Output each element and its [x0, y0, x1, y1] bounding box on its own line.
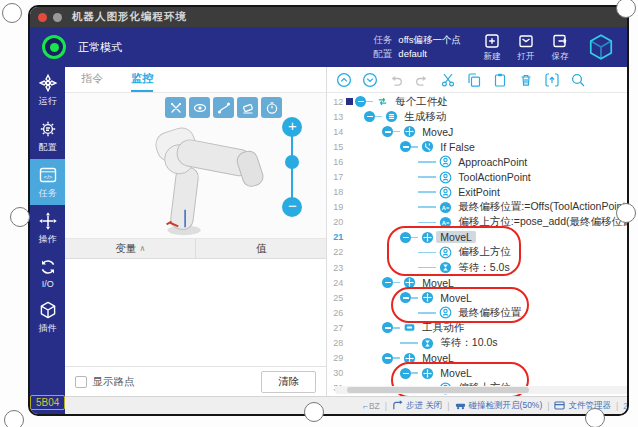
sidebar-item-operate[interactable]: 操作	[30, 205, 65, 251]
tree-connector	[411, 237, 418, 239]
sidebar-item-run[interactable]: 运行	[30, 67, 65, 113]
tree-node-label: ExitPoint	[454, 186, 503, 198]
tree-row-25[interactable]: 25MoveL	[327, 290, 629, 305]
cut-button[interactable]	[440, 72, 456, 88]
copy-button[interactable]	[466, 72, 482, 88]
zoom-out-button[interactable]: −	[282, 197, 302, 217]
tree-node-label: MoveL	[418, 277, 458, 289]
line-number: 12	[327, 97, 343, 107]
replace-button[interactable]	[544, 72, 560, 88]
program-tree: ˄˅ ‹ › 12每个工件处13生成移动14MoveJ15If False16A…	[327, 93, 629, 396]
tree-row-22[interactable]: 22偏移上方位	[327, 245, 629, 260]
waypoint-node-icon	[438, 245, 452, 259]
tree-row-14[interactable]: 14MoveJ	[327, 124, 629, 139]
tree-node-label: 偏移上方位:=pose_add(最终偏移位置, [0,0,0	[454, 215, 629, 229]
collapse-toggle[interactable]	[364, 111, 375, 122]
tree-connector	[366, 101, 373, 103]
task-value: offs偏移一个点	[398, 34, 461, 45]
tree-node-label: ApproachPoint	[454, 156, 531, 168]
sidebar-item-task[interactable]: </>任务	[30, 159, 65, 205]
line-number: 27	[327, 323, 343, 333]
sidebar-item-io[interactable]: I/O	[30, 251, 65, 294]
collapse-toggle[interactable]	[400, 141, 411, 152]
undo-button[interactable]	[388, 72, 404, 88]
step-arrow-icon	[392, 400, 403, 411]
collapse-toggle[interactable]	[400, 232, 411, 243]
waypoint-node-icon	[438, 306, 452, 320]
collapse-toggle[interactable]	[355, 96, 366, 107]
code-icon: </>	[38, 165, 58, 185]
tree-row-12[interactable]: 12每个工件处	[327, 94, 629, 109]
tree-row-30[interactable]: 30MoveL	[327, 366, 629, 381]
tree-connector	[418, 312, 436, 314]
tree-connector	[418, 161, 436, 163]
collapse-toggle[interactable]	[382, 277, 393, 288]
paste-icon	[492, 72, 508, 88]
tab-instruction[interactable]: 指令	[81, 67, 103, 92]
clear-button[interactable]: 清除	[261, 371, 316, 393]
robot-arm-model[interactable]	[89, 95, 289, 245]
collapse-toggle[interactable]	[382, 353, 393, 364]
selection-handle	[4, 410, 24, 427]
tree-connector	[393, 282, 400, 284]
paste-button[interactable]	[492, 72, 508, 88]
zoom-slider-handle[interactable]	[285, 155, 299, 169]
collapse-up-circle-button[interactable]	[336, 72, 352, 88]
tree-row-27[interactable]: 27工具动作	[327, 320, 629, 335]
collapse-toggle[interactable]	[400, 368, 411, 379]
file-manager-icon	[554, 400, 565, 411]
variable-table-body	[65, 259, 326, 366]
robot-3d-viewport[interactable]: + −	[65, 93, 326, 239]
line-number: 18	[327, 187, 343, 197]
collapse-toggle[interactable]	[382, 322, 393, 333]
copy-icon	[466, 72, 482, 88]
status-timestamp: 2025-01-03 16:32:16	[623, 401, 629, 411]
tree-row-23[interactable]: 23等待：5.0s	[327, 260, 629, 275]
tree-row-24[interactable]: 24MoveL	[327, 275, 629, 290]
delete-button[interactable]	[518, 72, 534, 88]
tree-horizontal-scrollbar[interactable]	[335, 386, 629, 394]
tree-row-17[interactable]: 17ToolActionPoint	[327, 169, 629, 184]
tree-row-28[interactable]: 28等待：10.0s	[327, 336, 629, 351]
tree-row-15[interactable]: 15If False	[327, 139, 629, 154]
mode-label: 正常模式	[78, 40, 122, 55]
action-label: 新建	[484, 51, 501, 63]
gear-icon	[38, 119, 58, 139]
tree-row-16[interactable]: 16ApproachPoint	[327, 154, 629, 169]
tree-row-29[interactable]: 29MoveL	[327, 351, 629, 366]
show-waypoints-label: 显示路点	[92, 375, 134, 389]
tree-connector	[411, 146, 418, 148]
tree-row-19[interactable]: 19A=最终偏移位置:=Offs(ToolActionPoint_p,0,0,d…	[327, 200, 629, 215]
window-close-button[interactable]	[38, 13, 47, 22]
action-save-button[interactable]: 保存	[551, 32, 569, 63]
status-collision[interactable]: 碰撞检测开启(50%)	[455, 400, 543, 412]
tree-row-13[interactable]: 13生成移动	[327, 109, 629, 124]
cut-icon	[440, 72, 456, 88]
status-file-manager[interactable]: 文件管理器	[554, 400, 611, 412]
window-minimize-button[interactable]	[53, 13, 62, 22]
collapse-toggle[interactable]	[400, 292, 411, 303]
action-open-button[interactable]: 打开	[517, 32, 535, 63]
sidebar-item-config[interactable]: 配置	[30, 113, 65, 159]
svg-text:A=: A=	[442, 204, 450, 210]
redo-icon	[414, 72, 430, 88]
config-value: default	[398, 48, 427, 59]
action-new-button[interactable]: 新建	[483, 32, 501, 63]
collapse-toggle[interactable]	[382, 126, 393, 137]
expand-down-circle-button[interactable]	[362, 72, 378, 88]
tab-monitor[interactable]: 监控	[131, 67, 153, 92]
zoom-in-button[interactable]: +	[282, 117, 302, 137]
assign-node-icon: A=	[438, 200, 452, 214]
search-button[interactable]	[570, 72, 586, 88]
config-label: 配置	[373, 48, 392, 59]
tree-row-26[interactable]: 26最终偏移位置	[327, 305, 629, 320]
tree-row-21[interactable]: 21MoveL	[327, 230, 629, 245]
tree-connector	[375, 116, 382, 118]
status-step-arrow[interactable]: 步进 关闭	[392, 400, 442, 412]
move-node-icon	[402, 351, 416, 365]
tree-row-20[interactable]: 20A=偏移上方位:=pose_add(最终偏移位置, [0,0,0	[327, 215, 629, 230]
redo-button[interactable]	[414, 72, 430, 88]
show-waypoints-checkbox[interactable]	[75, 376, 87, 388]
sidebar-item-plugin[interactable]: 插件	[30, 294, 65, 340]
tree-row-18[interactable]: 18ExitPoint	[327, 185, 629, 200]
